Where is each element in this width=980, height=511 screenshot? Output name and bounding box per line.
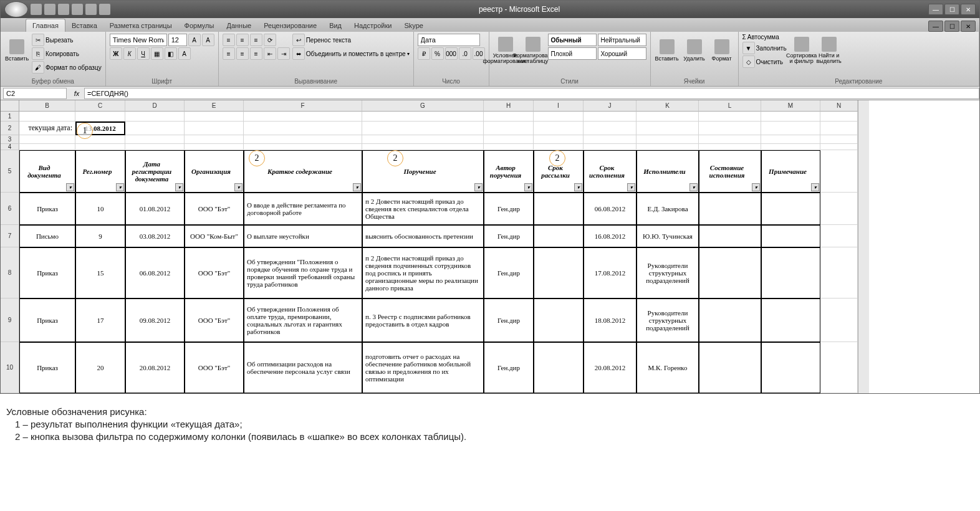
filter-button[interactable]: ▾ — [627, 183, 635, 191]
col-header-D[interactable]: D — [125, 100, 185, 112]
align-left-icon[interactable]: ≡ — [223, 47, 235, 60]
cell[interactable] — [125, 135, 185, 144]
cell[interactable] — [820, 112, 858, 122]
insert-cells-button[interactable]: Вставить — [655, 34, 680, 67]
table-cell[interactable] — [534, 193, 584, 225]
wrap-text-button[interactable]: ↩Перенос текста — [292, 34, 410, 46]
table-cell[interactable]: Ген.дир — [484, 225, 534, 247]
row-header-6[interactable]: 6 — [1, 193, 19, 225]
cell[interactable] — [362, 112, 484, 122]
table-cell[interactable]: Письмо — [19, 225, 75, 247]
cell[interactable]: текущая дата: — [19, 122, 75, 135]
tab-addins[interactable]: Надстройки — [348, 19, 398, 32]
qat-icon[interactable] — [85, 4, 97, 15]
ribbon-close-icon[interactable]: ✕ — [961, 21, 976, 32]
table-cell[interactable]: 16.08.2012 — [584, 225, 637, 247]
col-header-J[interactable]: J — [584, 100, 637, 112]
cell[interactable] — [484, 112, 534, 122]
table-cell[interactable]: 20 — [75, 342, 125, 393]
qat-undo-icon[interactable] — [44, 4, 55, 15]
number-format-select[interactable] — [418, 34, 480, 46]
cell[interactable] — [761, 112, 820, 122]
col-header-H[interactable]: H — [484, 100, 534, 112]
table-header[interactable]: Примечание▾ — [761, 150, 820, 193]
style-normal[interactable]: Обычный — [548, 34, 597, 46]
cell[interactable] — [820, 247, 858, 298]
table-cell[interactable] — [761, 193, 820, 225]
table-cell[interactable]: 06.08.2012 — [125, 247, 185, 298]
table-cell[interactable]: 09.08.2012 — [125, 298, 185, 342]
table-cell[interactable]: Ген.дир — [484, 193, 534, 225]
col-header-N[interactable]: N — [820, 100, 858, 112]
table-header[interactable]: Исполнители▾ — [637, 150, 699, 193]
table-cell[interactable]: Руководители структурных подразделений — [637, 298, 699, 342]
cell[interactable] — [534, 144, 584, 150]
cell[interactable] — [534, 122, 584, 135]
cell[interactable] — [185, 135, 244, 144]
col-header-I[interactable]: I — [534, 100, 584, 112]
align-bot-icon[interactable]: ≡ — [250, 34, 262, 46]
cell[interactable] — [820, 225, 858, 247]
cell[interactable] — [362, 122, 484, 135]
ribbon-restore-icon[interactable]: ☐ — [944, 21, 959, 32]
qat-more-icon[interactable] — [99, 4, 110, 15]
table-header[interactable]: Дата регистрации документа▾ — [125, 150, 185, 193]
style-neutral[interactable]: Нейтральный — [598, 34, 646, 46]
table-cell[interactable]: Ген.дир — [484, 247, 534, 298]
col-header-L[interactable]: L — [699, 100, 761, 112]
table-cell[interactable]: ООО "Бэт" — [185, 247, 244, 298]
col-header-B[interactable]: B — [19, 100, 75, 112]
cell[interactable] — [820, 342, 858, 393]
cell[interactable] — [534, 112, 584, 122]
table-cell[interactable]: 10 — [75, 193, 125, 225]
cell[interactable] — [185, 112, 244, 122]
cell[interactable] — [484, 144, 534, 150]
cell[interactable] — [19, 135, 75, 144]
table-cell[interactable]: Ген.дир — [484, 298, 534, 342]
filter-button[interactable]: ▾ — [353, 183, 361, 191]
office-button[interactable] — [4, 1, 28, 17]
filter-button[interactable]: ▾ — [574, 183, 582, 191]
col-header-E[interactable]: E — [185, 100, 244, 112]
tab-formulas[interactable]: Формулы — [178, 19, 221, 32]
col-header-C[interactable]: C — [75, 100, 125, 112]
maximize-button[interactable]: ☐ — [944, 4, 959, 15]
fx-icon[interactable]: fx — [69, 90, 84, 97]
table-cell[interactable]: выяснить обоснованность претензии — [362, 225, 484, 247]
format-painter-button[interactable]: 🖌Формат по образцу — [32, 61, 102, 74]
align-center-icon[interactable]: ≡ — [236, 47, 249, 60]
table-cell[interactable]: Приказ — [19, 298, 75, 342]
cell[interactable] — [75, 112, 125, 122]
tab-view[interactable]: Вид — [323, 19, 348, 32]
row-header-7[interactable]: 7 — [1, 225, 19, 247]
filter-button[interactable]: ▾ — [752, 183, 760, 191]
table-cell[interactable] — [534, 342, 584, 393]
table-cell[interactable]: Об утверждении "Положения о порядке обуч… — [244, 247, 362, 298]
tab-insert[interactable]: Вставка — [65, 19, 103, 32]
tab-skype[interactable]: Skype — [398, 19, 430, 32]
col-header-F[interactable]: F — [244, 100, 362, 112]
orientation-icon[interactable]: ⟳ — [264, 34, 276, 46]
cell[interactable] — [761, 122, 820, 135]
table-cell[interactable]: 9 — [75, 225, 125, 247]
dec-inc-icon[interactable]: .0 — [459, 47, 471, 60]
row-header-9[interactable]: 9 — [1, 298, 19, 342]
table-header[interactable]: Состояние исполнения▾ — [699, 150, 761, 193]
bold-button[interactable]: Ж — [110, 47, 122, 60]
cell[interactable] — [820, 150, 858, 193]
table-cell[interactable]: 03.08.2012 — [125, 225, 185, 247]
table-cell[interactable]: М.К. Горенко — [637, 342, 699, 393]
table-cell[interactable] — [534, 298, 584, 342]
filter-button[interactable]: ▾ — [116, 183, 124, 191]
table-cell[interactable]: ООО "Ком-Быт" — [185, 225, 244, 247]
table-cell[interactable]: 18.08.2012 — [584, 298, 637, 342]
cell[interactable] — [584, 135, 637, 144]
filter-button[interactable]: ▾ — [811, 183, 819, 191]
filter-button[interactable]: ▾ — [175, 183, 183, 191]
border-button[interactable]: ▦ — [151, 47, 163, 60]
table-cell[interactable]: ООО "Бэт" — [185, 193, 244, 225]
cell[interactable] — [185, 144, 244, 150]
table-cell[interactable]: О выплате неустойки — [244, 225, 362, 247]
format-cells-button[interactable]: Формат — [709, 34, 734, 67]
table-cell[interactable]: Приказ — [19, 342, 75, 393]
